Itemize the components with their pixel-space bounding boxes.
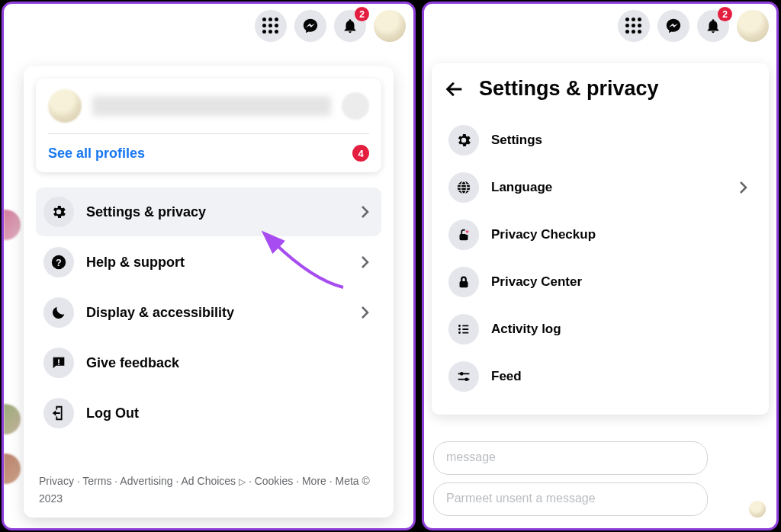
adchoices-icon: ▷ (239, 475, 246, 489)
menu-item-label: Settings & privacy (86, 204, 343, 220)
account-dropdown: See all profiles 4 Settings & privacy ? (24, 66, 394, 518)
svg-point-11 (458, 325, 461, 327)
notification-badge: 2 (355, 7, 369, 21)
message-thread-peek: message Parmeet unsent a message (433, 441, 708, 516)
svg-rect-10 (460, 281, 468, 287)
messenger-button[interactable] (294, 10, 326, 42)
gear-icon (448, 125, 479, 155)
menu-item-label: Log Out (86, 405, 374, 421)
submenu-item-feed[interactable]: Feed (444, 354, 757, 399)
submenu-item-privacy-center[interactable]: Privacy Center (444, 259, 757, 305)
profiles-badge: 4 (352, 145, 369, 162)
topbar: 2 (618, 10, 769, 42)
settings-privacy-panel: 2 message Parmeet unsent a message Setti… (422, 2, 779, 530)
svg-text:?: ? (56, 257, 62, 268)
menu-item-label: Give feedback (86, 355, 374, 371)
svg-point-13 (458, 332, 461, 334)
notifications-button[interactable]: 2 (334, 10, 366, 42)
grid-icon (625, 18, 642, 34)
lock-heart-icon (448, 220, 479, 250)
svg-point-20 (464, 377, 468, 381)
svg-point-12 (458, 328, 461, 331)
feedback-icon (43, 348, 74, 378)
menu-grid-button[interactable] (618, 10, 650, 42)
chevron-right-icon (355, 303, 374, 322)
settings-privacy-dropdown: Settings & privacy Settings Language Pri… (432, 63, 769, 415)
profile-avatar-button[interactable] (374, 10, 406, 42)
svg-rect-16 (462, 332, 468, 334)
peek-avatar (4, 453, 21, 484)
submenu-item-label: Privacy Checkup (491, 227, 752, 242)
svg-rect-15 (462, 328, 468, 330)
grid-icon (262, 18, 279, 34)
chevron-right-icon (734, 178, 752, 197)
footer-link-cookies[interactable]: Cookies (255, 475, 294, 487)
profile-name-redacted (92, 96, 331, 116)
footer-link-more[interactable]: More (302, 475, 326, 487)
submenu-item-activity-log[interactable]: Activity log (444, 306, 757, 352)
footer-link-privacy[interactable]: Privacy (39, 475, 74, 487)
footer-link-terms[interactable]: Terms (82, 475, 111, 487)
menu-item-settings-privacy[interactable]: Settings & privacy (36, 187, 381, 236)
message-bubble: Parmeet unsent a message (433, 482, 708, 516)
menu-item-log-out[interactable]: Log Out (36, 389, 381, 437)
question-icon: ? (43, 247, 74, 277)
footer-link-advertising[interactable]: Advertising (120, 475, 172, 487)
menu-item-help-support[interactable]: ? Help & support (36, 238, 381, 287)
messenger-button[interactable] (657, 10, 689, 42)
menu-item-give-feedback[interactable]: Give feedback (36, 338, 381, 387)
profile-card[interactable]: See all profiles 4 (36, 79, 381, 172)
messenger-icon (302, 18, 319, 34)
footer-link-adchoices[interactable]: Ad Choices (182, 475, 236, 487)
avatar (48, 89, 82, 123)
submenu-item-label: Activity log (491, 322, 752, 337)
divider (48, 133, 369, 134)
profile-avatar-button[interactable] (737, 10, 769, 42)
see-all-profiles-row[interactable]: See all profiles 4 (48, 145, 369, 162)
seen-indicator-avatar (749, 501, 766, 518)
back-button[interactable] (444, 79, 465, 100)
footer-links: Privacy · Terms · Advertising · Ad Choic… (36, 466, 381, 510)
submenu-item-privacy-checkup[interactable]: Privacy Checkup (444, 212, 757, 258)
peek-avatar (4, 404, 21, 434)
svg-point-18 (460, 372, 464, 376)
svg-rect-2 (58, 359, 59, 363)
see-all-profiles-link[interactable]: See all profiles (48, 146, 145, 162)
chevron-right-icon (355, 253, 374, 271)
menu-item-label: Help & support (86, 255, 343, 271)
settings-menu-list: Settings Language Privacy Checkup Privac… (444, 117, 757, 399)
globe-icon (448, 172, 479, 203)
peek-avatar (4, 210, 21, 240)
messenger-icon (665, 18, 682, 34)
panel-title: Settings & privacy (479, 77, 659, 101)
submenu-item-language[interactable]: Language (444, 165, 757, 210)
submenu-item-label: Privacy Center (491, 274, 752, 290)
submenu-item-settings[interactable]: Settings (444, 117, 757, 163)
message-bubble: message (433, 441, 708, 475)
sliders-icon (448, 361, 479, 392)
switch-profile-avatar[interactable] (342, 92, 369, 120)
menu-grid-button[interactable] (255, 10, 287, 42)
submenu-item-label: Language (491, 180, 722, 195)
bell-icon (342, 18, 358, 34)
account-menu-list: Settings & privacy ? Help & support Disp… (36, 187, 381, 437)
notifications-button[interactable]: 2 (697, 10, 729, 42)
menu-item-display-accessibility[interactable]: Display & accessibility (36, 288, 381, 337)
lock-icon (448, 267, 479, 297)
svg-rect-8 (460, 234, 468, 240)
submenu-item-label: Feed (491, 369, 752, 384)
topbar: 2 (255, 10, 406, 42)
logout-icon (43, 398, 74, 428)
message-text: message (446, 450, 496, 463)
submenu-item-label: Settings (491, 133, 752, 148)
menu-item-label: Display & accessibility (86, 305, 343, 321)
notification-badge: 2 (718, 7, 732, 21)
bell-icon (705, 18, 722, 34)
list-icon (448, 314, 479, 345)
svg-rect-3 (58, 364, 59, 365)
account-menu-panel: 2 See all profiles 4 (2, 2, 416, 530)
svg-rect-14 (462, 325, 468, 327)
chevron-right-icon (355, 203, 374, 221)
gear-icon (43, 197, 74, 227)
message-text: Parmeet unsent a message (446, 492, 596, 505)
